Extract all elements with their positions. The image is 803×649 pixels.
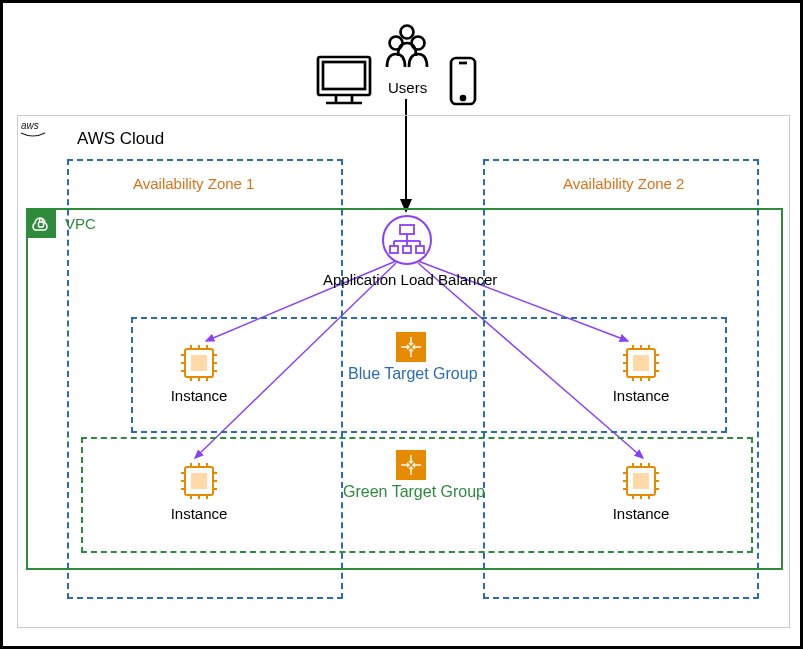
instance-label: Instance xyxy=(601,505,681,522)
svg-rect-79 xyxy=(633,473,649,489)
instance-icon xyxy=(177,341,221,385)
svg-rect-17 xyxy=(39,222,44,227)
svg-rect-37 xyxy=(191,355,207,371)
vpc-label: VPC xyxy=(65,215,96,232)
svg-rect-51 xyxy=(633,355,649,371)
az1-label: Availability Zone 1 xyxy=(133,175,254,192)
instance-label: Instance xyxy=(601,387,681,404)
alb-icon xyxy=(381,214,433,266)
alb-label: Application Load Balancer xyxy=(323,271,497,288)
svg-rect-65 xyxy=(191,473,207,489)
instance-label: Instance xyxy=(159,505,239,522)
instance-icon xyxy=(177,459,221,503)
instance-icon xyxy=(619,459,663,503)
blue-tg-label: Blue Target Group xyxy=(348,365,478,383)
instance-label: Instance xyxy=(159,387,239,404)
green-tg-label: Green Target Group xyxy=(343,483,485,501)
green-tg-icon xyxy=(396,450,426,480)
instance-icon xyxy=(619,341,663,385)
svg-text:aws: aws xyxy=(21,120,39,131)
aws-cloud-label: AWS Cloud xyxy=(77,129,164,149)
az2-label: Availability Zone 2 xyxy=(563,175,684,192)
blue-tg-icon xyxy=(396,332,426,362)
vpc-badge-icon xyxy=(26,208,56,238)
aws-logo-icon: aws xyxy=(17,115,49,141)
diagram-frame: Users aws AWS Cloud Availability Zone 1 xyxy=(0,0,803,649)
